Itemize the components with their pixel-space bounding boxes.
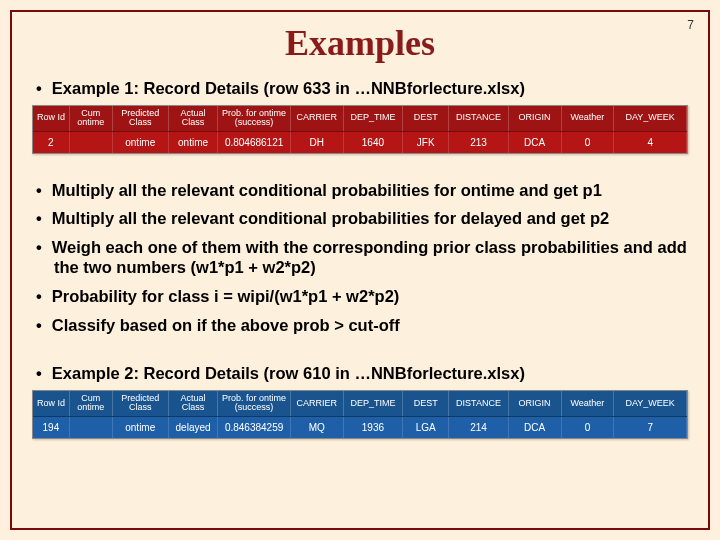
table-example1: Row Id Cum ontime Predicted Class Actual… <box>32 105 688 154</box>
cell: ontime <box>112 131 168 153</box>
cell: DCA <box>508 416 561 438</box>
col-dep-time: DEP_TIME <box>343 106 402 131</box>
cell: DCA <box>508 131 561 153</box>
data-table-1: Row Id Cum ontime Predicted Class Actual… <box>33 106 687 153</box>
col-weather: Weather <box>561 106 614 131</box>
slide-frame: 7 Examples Example 1: Record Details (ro… <box>10 10 710 530</box>
col-weather: Weather <box>561 391 614 416</box>
cell: 0 <box>561 131 614 153</box>
bullet-example1-heading: Example 1: Record Details (row 633 in …N… <box>36 78 690 99</box>
table-header-row: Row Id Cum ontime Predicted Class Actual… <box>33 106 687 131</box>
cell: 194 <box>33 416 69 438</box>
cell: 7 <box>614 416 687 438</box>
cell <box>69 416 112 438</box>
bullet-step1: Multiply all the relevant conditional pr… <box>36 180 690 201</box>
col-day-week: DAY_WEEK <box>614 106 687 131</box>
col-carrier: CARRIER <box>290 106 343 131</box>
cell: 1640 <box>343 131 402 153</box>
cell: 4 <box>614 131 687 153</box>
col-prob-ontime: Prob. for ontime (success) <box>218 391 291 416</box>
cell: ontime <box>168 131 218 153</box>
cell <box>69 131 112 153</box>
col-prob-ontime: Prob. for ontime (success) <box>218 106 291 131</box>
col-predicted-class: Predicted Class <box>112 106 168 131</box>
col-carrier: CARRIER <box>290 391 343 416</box>
table-example2: Row Id Cum ontime Predicted Class Actual… <box>32 390 688 439</box>
cell: 0 <box>561 416 614 438</box>
table-row: 2 ontime ontime 0.804686121 DH 1640 JFK … <box>33 131 687 153</box>
cell: ontime <box>112 416 168 438</box>
cell: 2 <box>33 131 69 153</box>
cell: MQ <box>290 416 343 438</box>
page-number: 7 <box>687 18 694 32</box>
bullet-step2: Multiply all the relevant conditional pr… <box>36 208 690 229</box>
cell: DH <box>290 131 343 153</box>
col-predicted-class: Predicted Class <box>112 391 168 416</box>
data-table-2: Row Id Cum ontime Predicted Class Actual… <box>33 391 687 438</box>
col-row-id: Row Id <box>33 391 69 416</box>
bullet-example2-heading: Example 2: Record Details (row 610 in …N… <box>36 363 690 384</box>
table-header-row: Row Id Cum ontime Predicted Class Actual… <box>33 391 687 416</box>
bullet-step4: Probability for class i = wipi/(w1*p1 + … <box>36 286 690 307</box>
cell: 1936 <box>343 416 402 438</box>
col-actual-class: Actual Class <box>168 106 218 131</box>
col-cum-ontime: Cum ontime <box>69 391 112 416</box>
table-row: 194 ontime delayed 0.846384259 MQ 1936 L… <box>33 416 687 438</box>
col-distance: DISTANCE <box>449 106 508 131</box>
slide-title: Examples <box>30 22 690 64</box>
col-day-week: DAY_WEEK <box>614 391 687 416</box>
bullet-step3: Weigh each one of them with the correspo… <box>36 237 690 278</box>
col-dest: DEST <box>403 106 449 131</box>
bullet-step5: Classify based on if the above prob > cu… <box>36 315 690 336</box>
col-origin: ORIGIN <box>508 391 561 416</box>
col-actual-class: Actual Class <box>168 391 218 416</box>
col-distance: DISTANCE <box>449 391 508 416</box>
cell: 214 <box>449 416 508 438</box>
cell: 0.804686121 <box>218 131 291 153</box>
col-origin: ORIGIN <box>508 106 561 131</box>
col-cum-ontime: Cum ontime <box>69 106 112 131</box>
cell: 0.846384259 <box>218 416 291 438</box>
cell: delayed <box>168 416 218 438</box>
col-dest: DEST <box>403 391 449 416</box>
col-dep-time: DEP_TIME <box>343 391 402 416</box>
cell: JFK <box>403 131 449 153</box>
cell: LGA <box>403 416 449 438</box>
col-row-id: Row Id <box>33 106 69 131</box>
cell: 213 <box>449 131 508 153</box>
